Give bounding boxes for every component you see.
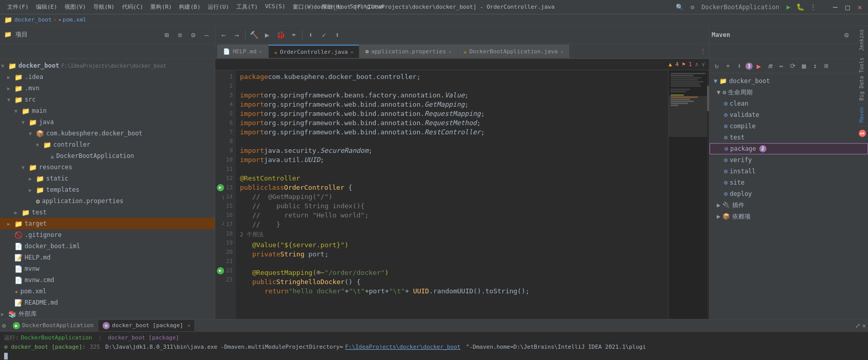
- maven-plugins[interactable]: ▶ 🔌 插件: [710, 199, 868, 211]
- git-commit-btn[interactable]: ✓: [318, 29, 330, 41]
- tree-external-libs[interactable]: ▶ 📚 外部库: [0, 308, 215, 319]
- tree-pom-xml[interactable]: ▶ ✦ pom.xml: [0, 286, 215, 297]
- tree-templates[interactable]: ▶ 📁 templates: [0, 184, 215, 195]
- sidebar-settings-btn[interactable]: ⚙: [187, 29, 199, 41]
- tree-readme[interactable]: ▶ 📝 README.md: [0, 297, 215, 308]
- coverage-btn[interactable]: ☂: [288, 29, 300, 41]
- bottom-tab-dockerboot-app[interactable]: ▶ DockerBootApplication: [9, 320, 97, 331]
- tree-dockerboot-app[interactable]: ▶ ☕ DockerBootApplication: [0, 150, 215, 162]
- tree-gitignore[interactable]: ▶ 🚫 .gitignore: [0, 229, 215, 241]
- maven-grid-btn[interactable]: ▦: [799, 61, 809, 71]
- sidebar-close-btn[interactable]: —: [200, 29, 213, 41]
- git-push-btn[interactable]: ⬆: [331, 29, 344, 41]
- tree-controller[interactable]: ▼ 📁 controller: [0, 139, 215, 150]
- tree-mvnw-cmd[interactable]: ▶ 📄 mvnw.cmd: [0, 274, 215, 286]
- breadcrumb-file[interactable]: pom.xml: [63, 16, 86, 23]
- maven-refresh-btn[interactable]: ⟳: [788, 61, 798, 71]
- forward-btn[interactable]: →: [231, 29, 243, 41]
- fold-indicator-14[interactable]: ┐: [222, 192, 225, 202]
- tab-help-md-close[interactable]: ✕: [259, 49, 262, 54]
- bottom-tab-package[interactable]: m docker_boot [package] ✕: [98, 320, 194, 331]
- tree-mvn[interactable]: ▶ 📁 .mvn: [0, 83, 215, 94]
- tree-help-md[interactable]: ▶ 📝 HELP.md: [0, 252, 215, 263]
- maven-badge-label[interactable]: 1: [858, 126, 868, 140]
- maven-side-label[interactable]: Maven: [858, 104, 868, 126]
- minimize-button[interactable]: ─: [831, 3, 839, 11]
- more-actions-icon[interactable]: ⋮: [810, 4, 816, 11]
- tree-java-dir[interactable]: ▼ 📁 java: [0, 116, 215, 128]
- run-app-link[interactable]: DockerBootApplication: [21, 334, 92, 341]
- tree-resources[interactable]: ▼ 📁 resources: [0, 162, 215, 173]
- big-data-tools-label[interactable]: Big Data Tools: [858, 54, 868, 104]
- maven-test[interactable]: ⚙ test: [710, 132, 868, 143]
- maven-install[interactable]: ⚙ install: [710, 166, 868, 177]
- tab-order-controller-close[interactable]: ✕: [350, 49, 353, 55]
- run-all-btn[interactable]: ▶: [261, 29, 273, 41]
- maven-root[interactable]: ▼ 📁 docker_boot: [710, 75, 868, 87]
- menu-run[interactable]: 运行(U): [205, 2, 232, 12]
- bottom-tab-close[interactable]: ✕: [187, 323, 190, 328]
- git-update-btn[interactable]: ⬇: [305, 29, 317, 41]
- maximize-button[interactable]: □: [843, 3, 852, 11]
- tree-mvnw[interactable]: ▶ 📄 mvnw: [0, 263, 215, 274]
- fold-expand-btn[interactable]: 2 个用法: [240, 230, 264, 239]
- gutter-run-icon-22[interactable]: ▶: [217, 267, 224, 274]
- tree-test[interactable]: ▶ 📁 test: [0, 207, 215, 218]
- tabs-more-btn[interactable]: ⋮: [697, 45, 709, 58]
- build-btn[interactable]: 🔨: [248, 29, 260, 41]
- maven-dependencies[interactable]: ▶ 📦 依赖项: [710, 211, 868, 222]
- code-editor[interactable]: ▲ 4 ⚑ 1 ∧ ∨ 1 2 3 4 5 6 7 8 9 10 1: [215, 59, 709, 319]
- tree-iml[interactable]: ▶ 📄 docker_boot.iml: [0, 241, 215, 252]
- project-tree[interactable]: ▼ 📁 docker_boot F:\IdeaProjects\docker\d…: [0, 59, 215, 319]
- debug-button[interactable]: 🐛: [796, 3, 804, 11]
- menu-build[interactable]: 构建(B): [176, 2, 204, 12]
- ide-settings-icon[interactable]: ⚙: [691, 4, 694, 11]
- maven-validate[interactable]: ⚙ validate: [710, 109, 868, 121]
- tree-static[interactable]: ▶ 📁 static: [0, 173, 215, 184]
- collapse-btn[interactable]: ∨: [701, 61, 705, 68]
- run-config-selector[interactable]: DockerBootApplication: [701, 4, 779, 11]
- maven-expand-all-btn[interactable]: ⊞: [821, 61, 832, 71]
- tab-help-md[interactable]: 📄 HELP.md ✕: [217, 45, 268, 58]
- tab-app-properties[interactable]: ⚙ application.properties ✕: [360, 45, 457, 58]
- menu-tools[interactable]: 工具(T): [233, 2, 261, 12]
- close-button[interactable]: ✕: [856, 3, 864, 11]
- maven-sort-btn[interactable]: ↕: [810, 61, 820, 71]
- maven-run-btn[interactable]: ▶: [754, 61, 764, 71]
- tab-app-properties-close[interactable]: ✕: [449, 49, 452, 54]
- maven-reload-btn[interactable]: ↻: [712, 61, 722, 71]
- maven-tree[interactable]: ▼ 📁 docker_boot ▼ ⚙ 生命周期 ⚙ clean ⚙: [710, 73, 868, 319]
- back-btn[interactable]: ←: [217, 29, 230, 41]
- tree-app-props[interactable]: ▶ ⚙ application.properties: [0, 195, 215, 207]
- menu-edit[interactable]: 编辑(E): [33, 2, 60, 12]
- maven-link-btn[interactable]: ↔: [776, 61, 786, 71]
- maven-m-btn[interactable]: m: [765, 61, 775, 71]
- menu-view[interactable]: 视图(V): [62, 2, 89, 12]
- cmd-cursor-line[interactable]: [4, 351, 864, 360]
- tree-pkg[interactable]: ▼ 📦 com.kubesphere.docker_boot: [0, 128, 215, 139]
- maven-lifecycle[interactable]: ▼ ⚙ 生命周期: [710, 87, 868, 98]
- menu-nav[interactable]: 导航(N): [90, 2, 118, 12]
- maven-site[interactable]: ⚙ site: [710, 177, 868, 188]
- maven-download-btn[interactable]: ⬇: [734, 61, 744, 71]
- menu-code[interactable]: 代码(C): [119, 2, 147, 12]
- maven-clean[interactable]: ⚙ clean: [710, 98, 868, 109]
- tree-target[interactable]: ▶ 📁 target: [0, 218, 215, 229]
- menu-refactor[interactable]: 重构(R): [147, 2, 175, 12]
- maven-verify[interactable]: ⚙ verify: [710, 154, 868, 166]
- code-lines[interactable]: package com.kubesphere.docker_boot.contr…: [236, 70, 668, 319]
- tab-order-controller[interactable]: ☕ OrderController.java ✕: [268, 45, 359, 58]
- menu-vcs[interactable]: VCS(S): [262, 2, 289, 12]
- editor-content[interactable]: 1 2 3 4 5 6 7 8 9 10 11 12 ▶13 ┐1: [215, 70, 709, 319]
- menu-file[interactable]: 文件(F): [4, 2, 32, 12]
- debug-all-btn[interactable]: 🐞: [274, 29, 287, 41]
- expand-btn[interactable]: ∧: [695, 61, 699, 68]
- maven-compile[interactable]: ⚙ compile: [710, 121, 868, 132]
- tab-dockerboot-app[interactable]: ☕ DockerBootApplication.java ✕: [458, 45, 569, 58]
- maven-add-btn[interactable]: +: [723, 61, 733, 71]
- tree-src[interactable]: ▼ 📁 src: [0, 94, 215, 105]
- editor-scrollbar-thumb[interactable]: [707, 86, 709, 111]
- tree-idea[interactable]: ▶ 📁 .idea: [0, 71, 215, 83]
- fold-end-17[interactable]: ┘: [222, 220, 225, 229]
- tree-root[interactable]: ▼ 📁 docker_boot F:\IdeaProjects\docker\d…: [0, 60, 215, 71]
